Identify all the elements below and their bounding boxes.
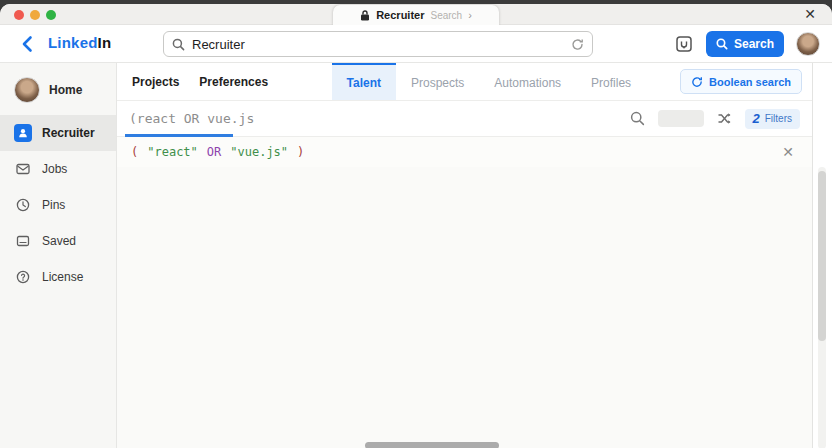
boolean-query-text: ( "react" OR "vue.js" ): [131, 145, 304, 159]
global-search-input[interactable]: [192, 37, 564, 52]
pill-placeholder[interactable]: [658, 110, 704, 127]
shuffle-icon[interactable]: [717, 112, 732, 125]
window-close-icon[interactable]: ✕: [804, 6, 816, 22]
operator-token: OR: [207, 145, 221, 159]
minimize-traffic-light[interactable]: [30, 10, 40, 20]
tab-title: Recruiter: [376, 9, 424, 21]
keyword-token: "react": [147, 145, 198, 159]
sidebar-item-recruiter[interactable]: Recruiter: [0, 115, 116, 151]
sidebar-item-jobs[interactable]: Jobs: [0, 151, 116, 187]
keyword-token: "vue.js": [230, 145, 288, 159]
browser-tab[interactable]: Recruiter Search ›: [333, 5, 499, 25]
horizontal-scrollbar-thumb[interactable]: [365, 442, 499, 448]
clock-icon: [14, 196, 32, 214]
zoom-traffic-light[interactable]: [46, 10, 56, 20]
search-icon[interactable]: [630, 111, 645, 126]
app-body: Home Recruiter Jobs Pins: [0, 63, 832, 448]
sidebar-item-label: License: [42, 270, 83, 284]
filters-count: 2: [753, 111, 760, 126]
close-icon[interactable]: ✕: [782, 144, 798, 160]
badge-icon[interactable]: [674, 34, 694, 54]
sidebar-item-pins[interactable]: Pins: [0, 187, 116, 223]
sidebar-item-label: Recruiter: [42, 126, 95, 140]
main-nav: Projects Preferences Talent Prospects Au…: [117, 63, 812, 101]
filters-button[interactable]: 2 Filters: [745, 109, 800, 129]
app-header: LinkedIn Search: [0, 25, 832, 63]
sidebar-item-label: Jobs: [42, 162, 67, 176]
boolean-query-row: ( "react" OR "vue.js" ) ✕: [117, 137, 812, 167]
search-bar-actions: 2 Filters: [630, 109, 800, 129]
query-search-bar: 2 Filters: [117, 101, 812, 137]
search-icon: [716, 38, 728, 50]
user-avatar[interactable]: [796, 32, 820, 56]
main-panel: Projects Preferences Talent Prospects Au…: [117, 63, 813, 448]
sidebar-item-label: Home: [49, 83, 82, 97]
logo-primary: Linked: [48, 34, 98, 51]
boolean-search-button[interactable]: Boolean search: [680, 69, 802, 94]
app-logo[interactable]: LinkedIn: [48, 34, 111, 51]
boolean-search-label: Boolean search: [709, 76, 791, 88]
card-icon: [14, 232, 32, 250]
avatar: [14, 77, 40, 103]
filters-label: Filters: [765, 113, 792, 124]
nav-preferences[interactable]: Preferences: [199, 75, 268, 89]
history-icon: [691, 76, 703, 88]
search-icon: [172, 38, 185, 51]
sidebar-item-saved[interactable]: Saved: [0, 223, 116, 259]
tab-talent[interactable]: Talent: [332, 63, 396, 100]
titlebar: Recruiter Search › ✕: [0, 4, 832, 25]
tab-bar: Talent Prospects Automations Profiles: [332, 63, 647, 100]
paren-token: (: [131, 145, 138, 159]
chevron-right-icon: ›: [468, 9, 472, 21]
query-input[interactable]: [129, 111, 622, 126]
sidebar: Home Recruiter Jobs Pins: [0, 63, 117, 448]
vertical-scrollbar-thumb[interactable]: [818, 171, 826, 341]
nav-projects[interactable]: Projects: [132, 75, 179, 89]
global-search-box[interactable]: [163, 31, 593, 57]
tab-secondary-label: Search: [430, 10, 462, 21]
mail-icon: [14, 160, 32, 178]
nav-left-labels: Projects Preferences: [132, 63, 268, 100]
search-button[interactable]: Search: [706, 31, 784, 57]
recruiter-icon: [14, 124, 32, 142]
sidebar-item-license[interactable]: License: [0, 259, 116, 295]
tab-automations[interactable]: Automations: [479, 63, 576, 100]
header-actions: Search: [674, 31, 820, 57]
browser-window: Recruiter Search › ✕ LinkedIn: [0, 4, 832, 448]
help-circle-icon: [14, 268, 32, 286]
close-traffic-light[interactable]: [14, 10, 24, 20]
results-area: [117, 167, 812, 448]
back-icon[interactable]: [18, 34, 38, 54]
sidebar-item-label: Pins: [42, 198, 65, 212]
lock-icon: [360, 10, 370, 21]
sidebar-item-home[interactable]: Home: [0, 71, 116, 115]
tab-prospects[interactable]: Prospects: [396, 63, 479, 100]
search-button-label: Search: [734, 37, 774, 51]
paren-token: ): [297, 145, 304, 159]
sidebar-item-label: Saved: [42, 234, 76, 248]
logo-secondary: In: [98, 34, 112, 51]
tab-profiles[interactable]: Profiles: [576, 63, 646, 100]
reload-icon[interactable]: [571, 38, 584, 51]
focus-underline: [125, 134, 233, 137]
